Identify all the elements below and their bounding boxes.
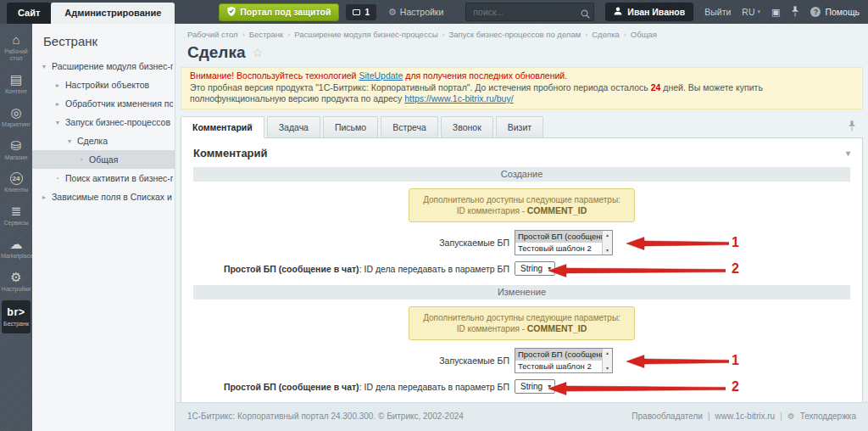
breadcrumb-item[interactable]: Запуск бизнес-процессов по делам	[448, 30, 581, 39]
sidebar-title: Бестранк	[32, 24, 175, 57]
listbox-scrollbar[interactable]: ▴ ▾	[602, 349, 612, 372]
rail-item-label: Маркетинг	[2, 121, 31, 128]
bp-option[interactable]: Тестовый шаблон 2	[515, 361, 602, 372]
form-tabs: КомментарийЗадачаПисьмоВстречаЗвонокВизи…	[181, 116, 863, 137]
desktop-mode-icon[interactable]: ▣	[771, 7, 780, 18]
tab-call[interactable]: Звонок	[441, 116, 493, 137]
sidebar-item[interactable]: ▪Общая	[32, 150, 175, 169]
breadcrumb-item[interactable]: Сделка	[592, 30, 620, 39]
scroll-down-icon[interactable]: ▾	[606, 364, 609, 372]
target-icon: ◎	[10, 106, 21, 120]
scroll-up-icon[interactable]: ▴	[606, 231, 609, 239]
rail-item-settings[interactable]: ⚙Настройки	[0, 266, 32, 299]
scroll-down-icon[interactable]: ▾	[606, 246, 609, 255]
bp-multiselect[interactable]: Простой БП (сообщение в чат)Тестовый шаб…	[515, 348, 613, 373]
search-input[interactable]	[465, 3, 594, 21]
tab-visit[interactable]: Визит	[496, 116, 543, 137]
sidebar: Бестранк ▾Расширение модуля бизнес-проце…	[32, 24, 175, 431]
sidebar-item[interactable]: ▪Поиск активити в бизнес-процессах	[32, 169, 175, 188]
document-icon: ▤	[10, 73, 22, 87]
footer: 1С-Битрикс: Корпоративный портал 24.300.…	[175, 402, 868, 431]
param-code: COMMENT_ID	[527, 323, 587, 333]
rail-item-desktop[interactable]: ⌂Рабочий стол	[0, 28, 32, 68]
rail-item-bitrix[interactable]: br>Бестранк	[2, 300, 31, 333]
expanded-marker-icon: ▾	[54, 119, 61, 126]
info-line: Дополнительно доступны следующие парамет…	[423, 194, 620, 205]
pin-icon[interactable]	[791, 6, 799, 19]
listbox-scrollbar[interactable]: ▴ ▾	[602, 231, 612, 255]
tab-task[interactable]: Задача	[267, 116, 320, 137]
expanded-marker-icon: ▾	[41, 63, 47, 70]
sidebar-item[interactable]: ▸Обработчик изменения полей	[32, 94, 175, 113]
portal-protected-button[interactable]: Портал под защитой	[219, 3, 339, 21]
sidebar-item[interactable]: ▾Запуск бизнес-процессов по делам	[32, 113, 175, 132]
tab-administration[interactable]: Администрирование	[51, 3, 175, 24]
crm24-icon: 24	[10, 172, 23, 185]
sidebar-item-label: Расширение модуля бизнес-процессы	[52, 61, 173, 71]
user-menu-button[interactable]: Иван Иванов	[605, 3, 693, 21]
rail-item-label: Контент	[5, 88, 27, 95]
rail-item-marketplace[interactable]: ☁Marketplace	[0, 232, 32, 266]
notification-counter[interactable]: 1	[346, 4, 376, 20]
trial-notice: Внимание! Воспользуйтесь технологией Sit…	[181, 67, 863, 109]
footer-link[interactable]: Правообладатели	[632, 411, 703, 421]
collapse-chevron-icon[interactable]: ▾	[846, 148, 850, 158]
search-box	[465, 3, 594, 21]
sidebar-item[interactable]: ▾Сделка	[32, 132, 175, 150]
annotation-number-2: 2	[732, 379, 739, 395]
tab-letter[interactable]: Письмо	[323, 116, 378, 137]
bitrix-logo-icon: br>	[7, 305, 25, 319]
language-selector[interactable]: RU▾	[742, 7, 760, 17]
bp-option[interactable]: Тестовый шаблон 2	[515, 243, 602, 255]
siteupdate-link[interactable]: SiteUpdate	[359, 70, 403, 81]
tab-site[interactable]: Сайт	[7, 3, 51, 24]
sidebar-item[interactable]: ▸Зависимые поля в Списках и Процессах	[32, 188, 175, 206]
help-button[interactable]: ? Помощь	[810, 7, 860, 17]
sidebar-item[interactable]: ▸Настройки объектов	[32, 76, 175, 94]
sidebar-item[interactable]: ▾Расширение модуля бизнес-процессы	[32, 57, 175, 76]
footer-link[interactable]: www.1c-bitrix.ru	[715, 411, 776, 421]
params-info-box: Дополнительно доступны следующие парамет…	[409, 306, 635, 340]
topbar-settings-button[interactable]: ⚙ Настройки	[388, 7, 443, 18]
breadcrumb-item[interactable]: Рабочий стол	[187, 30, 238, 39]
logout-link[interactable]: Выйти	[704, 7, 731, 17]
rail-item-marketing[interactable]: ◎Маркетинг	[0, 101, 32, 134]
rail-item-clients[interactable]: 24Клиенты	[0, 167, 32, 199]
bp-option[interactable]: Простой БП (сообщение в чат)	[515, 349, 602, 361]
bp-multiselect[interactable]: Простой БП (сообщение в чат)Тестовый шаб…	[515, 230, 613, 255]
section-title: Создание	[193, 167, 850, 182]
breadcrumb-item[interactable]: Общая	[631, 30, 657, 39]
sidebar-item-label: Общая	[89, 154, 118, 165]
pin-icon[interactable]	[848, 120, 856, 135]
main-area: Рабочий стол›Бестранк›Расширение модуля …	[175, 24, 868, 431]
sidebar-item-label: Поиск активити в бизнес-процессах	[65, 173, 173, 183]
annotation-arrow-1	[626, 354, 729, 369]
rail-item-services[interactable]: ≣Сервисы	[0, 199, 32, 232]
collapsed-marker-icon: ▸	[54, 81, 61, 89]
breadcrumb-separator: ›	[287, 31, 290, 39]
bp-option[interactable]: Простой БП (сообщение в чат)	[515, 231, 602, 243]
breadcrumb-item[interactable]: Расширение модуля бизнес-процессы	[294, 30, 437, 39]
buy-link[interactable]: https://www.1c-bitrix.ru/buy/	[404, 93, 513, 104]
info-line: ID комментария - COMMENT_ID	[423, 205, 620, 216]
search-icon[interactable]	[581, 7, 590, 22]
scroll-up-icon[interactable]: ▴	[606, 349, 609, 357]
message-icon	[353, 9, 360, 15]
rail-item-label: Рабочий стол	[1, 48, 31, 62]
tab-meeting[interactable]: Встреча	[381, 116, 438, 137]
breadcrumb-item[interactable]: Бестранк	[249, 30, 284, 39]
footer-link[interactable]: Техподдержка	[800, 411, 856, 421]
collapsed-marker-icon: ▸	[41, 193, 47, 201]
chevron-down-icon: ▾	[758, 8, 761, 15]
breadcrumb-separator: ›	[624, 31, 626, 39]
tab-comment[interactable]: Комментарий	[181, 116, 264, 138]
breadcrumb: Рабочий стол›Бестранк›Расширение модуля …	[175, 24, 868, 39]
param-label: Простой БП (сообщение в чат): ID дела пе…	[181, 382, 515, 392]
rail-item-content[interactable]: ▤Контент	[0, 68, 32, 101]
notice-line-trial: Это пробная версия продукта "1С-Битрикс:…	[190, 82, 854, 105]
annotation-arrow-2	[548, 263, 726, 278]
form-panel: Комментарий ▾ Создание Дополнительно дос…	[181, 137, 863, 431]
rail-item-label: Бестранк	[3, 321, 29, 327]
favorite-star-icon[interactable]: ☆	[253, 46, 264, 59]
rail-item-shop[interactable]: ⛁Магазин	[0, 134, 32, 167]
